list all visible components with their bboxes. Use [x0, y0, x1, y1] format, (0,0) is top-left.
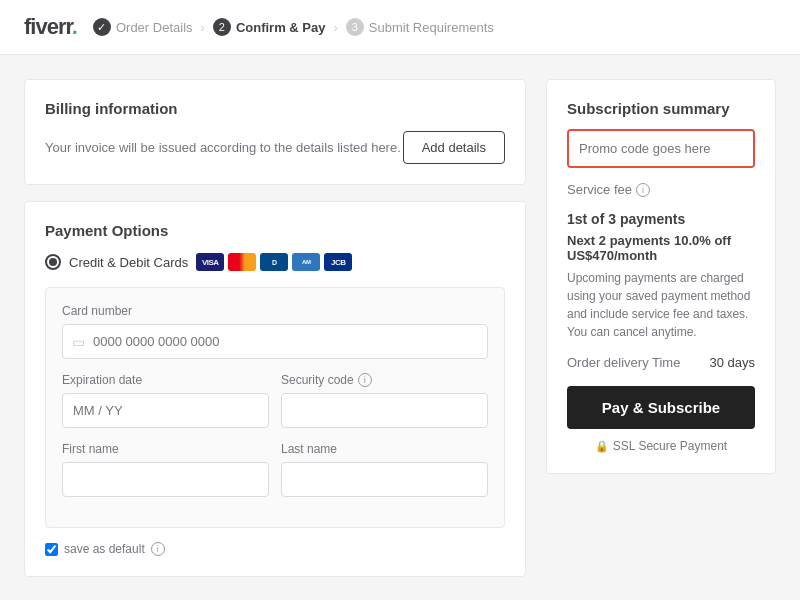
add-details-button[interactable]: Add details — [403, 131, 505, 164]
step3-num: 3 — [346, 18, 364, 36]
security-input[interactable] — [281, 393, 488, 428]
expiry-security-row: Expiration date Security code i — [62, 373, 488, 442]
billing-description: Your invoice will be issued according to… — [45, 138, 401, 158]
service-fee-label: Service fee — [567, 182, 632, 197]
breadcrumb: ✓ Order Details › 2 Confirm & Pay › 3 Su… — [93, 18, 494, 36]
subscription-title: Subscription summary — [567, 100, 755, 117]
ssl-notice: 🔒 SSL Secure Payment — [567, 439, 755, 453]
card-number-field: Card number ▭ — [62, 304, 488, 359]
first-name-field: First name — [62, 442, 269, 497]
payment-header: 1st of 3 payments — [567, 211, 755, 227]
subscription-card: Subscription summary Apply Service fee i… — [546, 79, 776, 474]
diners-icon: D — [260, 253, 288, 271]
save-default-info-icon[interactable]: i — [151, 542, 165, 556]
first-name-input[interactable] — [62, 462, 269, 497]
payment-method-row: Credit & Debit Cards VISA D AM JCB — [45, 253, 505, 271]
promo-code-input[interactable] — [569, 131, 755, 166]
ssl-text: SSL Secure Payment — [613, 439, 727, 453]
logo: fiverr. — [24, 14, 77, 40]
step3-label: Submit Requirements — [369, 20, 494, 35]
service-fee-info-icon[interactable]: i — [636, 183, 650, 197]
breadcrumb-step-3: 3 Submit Requirements — [346, 18, 494, 36]
security-field: Security code i — [281, 373, 488, 442]
security-label: Security code i — [281, 373, 488, 387]
step2-label: Confirm & Pay — [236, 20, 326, 35]
card-icons: VISA D AM JCB — [196, 253, 352, 271]
main-layout: Billing information Your invoice will be… — [0, 55, 800, 600]
payment-discount: Next 2 payments 10.0% off US$470/month — [567, 233, 755, 263]
last-name-field: Last name — [281, 442, 488, 511]
card-form: Card number ▭ Expiration date Security c — [45, 287, 505, 528]
logo-text: fiverr — [24, 14, 72, 39]
card-number-label: Card number — [62, 304, 488, 318]
card-number-icon: ▭ — [72, 334, 85, 350]
method-label: Credit & Debit Cards — [69, 255, 188, 270]
expiry-label: Expiration date — [62, 373, 269, 387]
amex-icon: AM — [292, 253, 320, 271]
visa-icon: VISA — [196, 253, 224, 271]
save-default-checkbox[interactable] — [45, 543, 58, 556]
save-default-row: save as default i — [45, 542, 505, 556]
header: fiverr. ✓ Order Details › 2 Confirm & Pa… — [0, 0, 800, 55]
payment-card: Payment Options Credit & Debit Cards VIS… — [24, 201, 526, 577]
billing-card: Billing information Your invoice will be… — [24, 79, 526, 185]
first-name-label: First name — [62, 442, 269, 456]
chevron-2-icon: › — [333, 20, 337, 35]
card-number-input[interactable] — [62, 324, 488, 359]
name-row: First name Last name — [62, 442, 488, 511]
security-info-icon[interactable]: i — [358, 373, 372, 387]
delivery-row: Order delivery Time 30 days — [567, 355, 755, 370]
billing-title: Billing information — [45, 100, 505, 117]
last-name-input[interactable] — [281, 462, 488, 497]
last-name-label: Last name — [281, 442, 488, 456]
breadcrumb-step-1: ✓ Order Details — [93, 18, 193, 36]
payment-title: Payment Options — [45, 222, 505, 239]
delivery-days: 30 days — [709, 355, 755, 370]
right-column: Subscription summary Apply Service fee i… — [546, 79, 776, 577]
jcb-icon: JCB — [324, 253, 352, 271]
logo-dot: . — [72, 14, 77, 39]
card-number-wrapper: ▭ — [62, 324, 488, 359]
promo-code-wrapper: Apply — [567, 129, 755, 168]
step1-label: Order Details — [116, 20, 193, 35]
pay-subscribe-button[interactable]: Pay & Subscribe — [567, 386, 755, 429]
mastercard-icon — [228, 253, 256, 271]
step2-num: 2 — [213, 18, 231, 36]
step1-check-icon: ✓ — [93, 18, 111, 36]
save-default-label: save as default — [64, 542, 145, 556]
service-fee-row: Service fee i — [567, 182, 755, 197]
left-column: Billing information Your invoice will be… — [24, 79, 526, 577]
delivery-label: Order delivery Time — [567, 355, 680, 370]
payment-note: Upcoming payments are charged using your… — [567, 269, 755, 341]
expiry-field: Expiration date — [62, 373, 269, 428]
billing-row: Your invoice will be issued according to… — [45, 131, 505, 164]
breadcrumb-step-2: 2 Confirm & Pay — [213, 18, 326, 36]
chevron-1-icon: › — [201, 20, 205, 35]
lock-icon: 🔒 — [595, 440, 609, 453]
expiry-input[interactable] — [62, 393, 269, 428]
credit-card-radio[interactable] — [45, 254, 61, 270]
